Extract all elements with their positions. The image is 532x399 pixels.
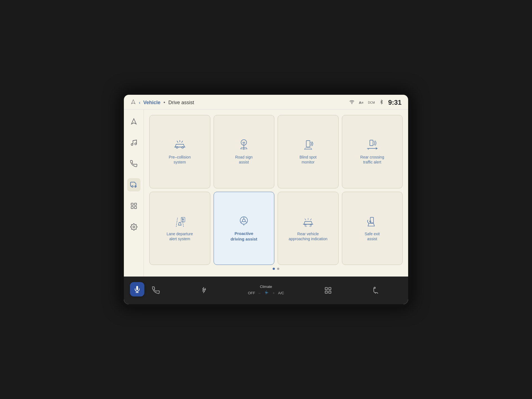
card-rear-vehicle[interactable]: Rear vehicleapproaching indication [278, 192, 339, 265]
svg-rect-35 [329, 288, 331, 290]
blind-spot-label: Blind spotmonitor [300, 155, 316, 165]
svg-text:50: 50 [243, 141, 245, 144]
pre-collision-label: Pre–collisionsystem [169, 155, 191, 165]
card-rear-crossing[interactable]: Rear crossingtraffic alert [342, 115, 403, 188]
sidebar-item-apps[interactable] [127, 199, 140, 213]
sidebar [124, 109, 144, 277]
svg-point-3 [132, 186, 133, 187]
bottom-seat-btn[interactable] [372, 287, 380, 294]
bluetooth-icon [379, 99, 384, 106]
safe-exit-label: Safe exitassist [365, 231, 380, 241]
svg-point-38 [374, 287, 375, 288]
climate-minus[interactable]: – [259, 291, 260, 295]
breadcrumb: Vehicle • Drive assist [143, 100, 194, 106]
pre-collision-icon [172, 139, 188, 152]
svg-rect-36 [325, 291, 327, 293]
svg-rect-37 [329, 291, 331, 293]
svg-line-26 [245, 221, 247, 222]
sidebar-item-settings[interactable] [127, 220, 140, 234]
road-sign-icon: 50 [236, 139, 252, 152]
rear-crossing-icon [364, 139, 380, 152]
header-left: ‹ Vehicle • Drive assist [131, 99, 194, 106]
dcm-label: DCM [368, 101, 375, 104]
fan-icon [264, 290, 269, 296]
lane-departure-label: Lane departurealert system [167, 231, 193, 241]
phone-bottom-icon [152, 287, 160, 294]
clock: 9:31 [388, 99, 401, 106]
pagination [149, 265, 403, 271]
breadcrumb-separator: • [163, 100, 165, 105]
bottom-bar: Climate OFF – + A/C [124, 277, 408, 304]
blind-spot-icon [300, 139, 316, 152]
feature-grid: Pre–collisionsystem 50 [149, 115, 403, 265]
lane-departure-icon [172, 215, 188, 229]
svg-line-17 [176, 218, 177, 227]
climate-label: Climate [260, 285, 272, 289]
card-blind-spot[interactable]: Blind spotmonitor [278, 115, 339, 188]
climate-off: OFF [248, 291, 255, 295]
main-area: Pre–collisionsystem 50 [124, 109, 408, 277]
road-sign-label: Road signassist [235, 155, 253, 165]
rear-vehicle-label: Rear vehicleapproaching indication [289, 231, 328, 241]
microphone-icon [134, 286, 141, 293]
safe-exit-icon [364, 215, 380, 229]
pagination-dot-1[interactable] [273, 268, 275, 270]
climate-controls: OFF – + A/C [248, 290, 284, 296]
sidebar-item-vehicle[interactable] [127, 178, 140, 191]
seat-icon [372, 287, 380, 294]
card-road-sign[interactable]: 50 Road signassist [214, 115, 275, 188]
svg-point-2 [135, 143, 137, 145]
sidebar-item-navigation[interactable] [127, 115, 140, 128]
svg-point-1 [131, 144, 133, 145]
svg-line-25 [241, 221, 242, 222]
svg-rect-34 [325, 288, 327, 290]
pagination-dot-2[interactable] [277, 268, 279, 270]
back-button[interactable]: ‹ [139, 100, 140, 106]
proactive-driving-label: Proactivedriving assist [231, 231, 257, 242]
svg-rect-15 [306, 140, 310, 147]
svg-rect-7 [131, 206, 133, 209]
svg-rect-16 [370, 140, 373, 146]
breadcrumb-vehicle: Vehicle [143, 100, 160, 105]
content-area: Pre–collisionsystem 50 [144, 109, 408, 277]
climate-plus[interactable]: + [273, 291, 275, 295]
card-proactive-driving[interactable]: Proactivedriving assist [214, 192, 275, 265]
sidebar-item-music[interactable] [127, 136, 140, 149]
bottom-heat-btn[interactable] [200, 287, 208, 294]
header-right: A≡ DCM 9:31 [349, 99, 401, 106]
card-safe-exit[interactable]: Safe exitassist [342, 192, 403, 265]
svg-point-20 [183, 219, 183, 219]
grid-icon [324, 287, 332, 294]
svg-rect-6 [134, 203, 137, 205]
screen-bezel: ‹ Vehicle • Drive assist [121, 91, 411, 308]
breadcrumb-page: Drive assist [168, 100, 194, 105]
voice-button[interactable] [130, 282, 144, 296]
bottom-grid-btn[interactable] [324, 287, 332, 294]
proactive-driving-icon [236, 215, 252, 228]
nav-icon [131, 99, 136, 106]
card-lane-departure[interactable]: Lane departurealert system [149, 192, 210, 265]
svg-rect-8 [134, 206, 137, 209]
svg-point-0 [352, 103, 352, 104]
climate-area: Climate OFF – + A/C [248, 285, 284, 296]
card-pre-collision[interactable]: Pre–collisionsystem [149, 115, 210, 188]
seat-heat-icon [200, 287, 208, 294]
header: ‹ Vehicle • Drive assist [124, 95, 408, 109]
svg-point-23 [242, 219, 245, 222]
svg-rect-5 [131, 203, 133, 205]
sidebar-item-phone[interactable] [127, 157, 140, 170]
screen: ‹ Vehicle • Drive assist [124, 95, 408, 304]
svg-point-9 [133, 226, 135, 228]
svg-point-4 [135, 186, 136, 187]
az-icon: A≡ [359, 101, 364, 105]
bottom-phone-btn[interactable] [152, 287, 160, 294]
rear-vehicle-icon [300, 215, 316, 229]
ac-label: A/C [278, 291, 284, 295]
wireless-icon [349, 99, 354, 106]
rear-crossing-label: Rear crossingtraffic alert [360, 155, 384, 165]
